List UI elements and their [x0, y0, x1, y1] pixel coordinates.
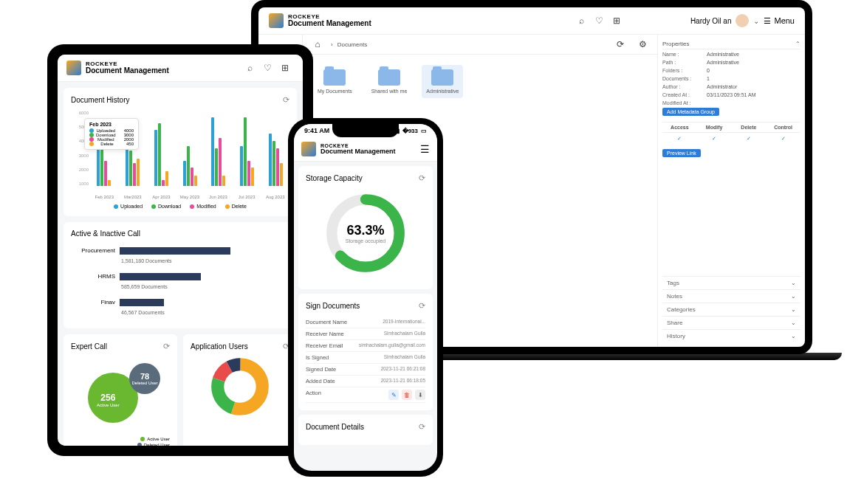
chevron-down-icon: ⌄	[791, 333, 796, 339]
search-icon[interactable]: ⌕	[575, 14, 588, 27]
breadcrumb[interactable]: Documents	[337, 41, 367, 48]
delete-icon[interactable]: 🗑	[402, 390, 412, 400]
phone-header: ROCKEYE Document Management ☰	[294, 137, 437, 162]
battery-icon: ▭	[421, 128, 427, 134]
document-history-card: Document History ⟳ 600050004000300020001…	[64, 88, 297, 216]
collapse-icon[interactable]: ⌃	[795, 41, 800, 47]
folder-icon	[323, 69, 346, 86]
chevron-down-icon: ⌄	[791, 320, 796, 326]
chevron-down-icon: ⌄	[791, 293, 796, 300]
refresh-icon[interactable]: ⟳	[614, 38, 627, 51]
permissions-row: ✓✓✓✓	[662, 134, 800, 143]
history-chart: 600050004000300020001000 Feb 2023 Upload…	[71, 111, 289, 199]
add-metadata-button[interactable]: Add Metadata Group	[662, 108, 719, 116]
logo-icon	[301, 142, 316, 156]
phone-device: 9:41 AM ▮▮▮ �933 ▭ ROCKEYE Document Mana…	[288, 118, 443, 477]
tablet-header: ROCKEYE Document Management ⌕ ♡ ⊞	[58, 55, 303, 82]
card-title: Document Details	[306, 423, 364, 431]
card-title: Document History	[71, 96, 129, 104]
folder-icon	[378, 69, 400, 86]
sign-documents-card: Sign Documents ⟳ Document Name2019-Inter…	[298, 294, 433, 410]
status-time: 9:41 AM	[304, 127, 329, 134]
card-title: Sign Documents	[306, 302, 360, 310]
expert-call-card: Expert Call ⟳ 256Active User 78Deleted U…	[64, 334, 177, 446]
refresh-icon[interactable]: ⟳	[283, 95, 289, 105]
refresh-icon[interactable]: ⟳	[419, 422, 425, 432]
tenant-name[interactable]: Hardy Oil an	[690, 17, 732, 25]
chart-tooltip: Feb 2023 Uploaded4000 Download3000 Modif…	[84, 118, 139, 150]
permissions-header: Access Modify Delete Control	[662, 122, 800, 133]
properties-title: Properties	[662, 41, 689, 47]
hamburger-icon[interactable]: ☰	[420, 143, 430, 155]
chevron-down-icon[interactable]: ⌄	[753, 17, 759, 25]
logo-icon	[269, 13, 284, 28]
refresh-icon[interactable]: ⟳	[163, 342, 170, 351]
folder-shared[interactable]: Shared with me	[367, 65, 412, 98]
preview-link-button[interactable]: Preview Link	[662, 149, 701, 157]
storage-card: Storage Capacity ⟳ 63.3% Storage occupie…	[298, 166, 433, 289]
folder-administrative[interactable]: Administrative	[422, 65, 463, 98]
card-title: Storage Capacity	[306, 174, 363, 182]
accordion-share[interactable]: Share⌄	[662, 316, 800, 329]
wifi-icon: �933	[402, 128, 418, 134]
folder-my-documents[interactable]: My Documents	[313, 65, 357, 98]
settings-icon[interactable]: ⚙	[636, 38, 649, 51]
accordion-notes[interactable]: Notes⌄	[662, 289, 800, 303]
laptop-header: ROCKEYE Document Management ⌕ ♡ ⊞ Hardy …	[258, 7, 805, 35]
chevron-down-icon: ⌄	[791, 280, 796, 286]
tablet-device: ROCKEYE Document Management ⌕ ♡ ⊞ Docume…	[47, 44, 313, 456]
card-title: Active & Inactive Call	[71, 229, 140, 238]
apps-icon[interactable]: ⊞	[610, 14, 623, 27]
product-name: Document Management	[288, 20, 371, 27]
folder-icon	[431, 69, 453, 86]
properties-panel: Properties ⌃ Name :Administrative Path :…	[657, 35, 805, 347]
edit-icon[interactable]: ✎	[388, 390, 399, 400]
bell-icon[interactable]: ♡	[592, 14, 606, 27]
accordion-history[interactable]: History⌄	[662, 329, 800, 342]
folder-grid: My Documents Shared with me Administrati…	[303, 55, 657, 108]
avatar[interactable]	[736, 14, 749, 27]
download-icon[interactable]: ⬇	[415, 390, 425, 400]
accordion-tags[interactable]: Tags⌄	[662, 276, 800, 289]
accordion-categories[interactable]: Categories⌄	[662, 303, 800, 316]
phone-notch	[332, 124, 399, 137]
apps-icon[interactable]: ⊞	[278, 61, 292, 75]
active-inactive-card: Active & Inactive Call Procurement1,581,…	[64, 222, 297, 328]
chevron-down-icon: ⌄	[791, 306, 796, 313]
search-icon[interactable]: ⌕	[243, 61, 256, 75]
toolbar: ⌂ › Documents ⟳ ⚙	[303, 35, 657, 55]
card-title: Expert Call	[71, 342, 107, 351]
menu-button[interactable]: ☰ Menu	[764, 16, 795, 26]
app-users-card: Application Users ⟳	[183, 334, 297, 446]
document-details-card: Document Details ⟳	[298, 415, 433, 445]
storage-gauge: 63.3% Storage occupied	[321, 189, 410, 277]
card-title: Application Users	[191, 342, 248, 351]
refresh-icon[interactable]: ⟳	[419, 173, 425, 183]
chart-legend: Uploaded Download Modified Delete	[71, 204, 289, 209]
logo: ROCKEYE Document Management	[269, 13, 371, 28]
refresh-icon[interactable]: ⟳	[419, 301, 425, 311]
bell-icon[interactable]: ♡	[261, 61, 274, 75]
logo-icon	[66, 61, 81, 75]
app-users-donut	[210, 357, 270, 416]
home-icon[interactable]: ⌂	[311, 38, 324, 51]
hamburger-icon: ☰	[764, 16, 771, 26]
